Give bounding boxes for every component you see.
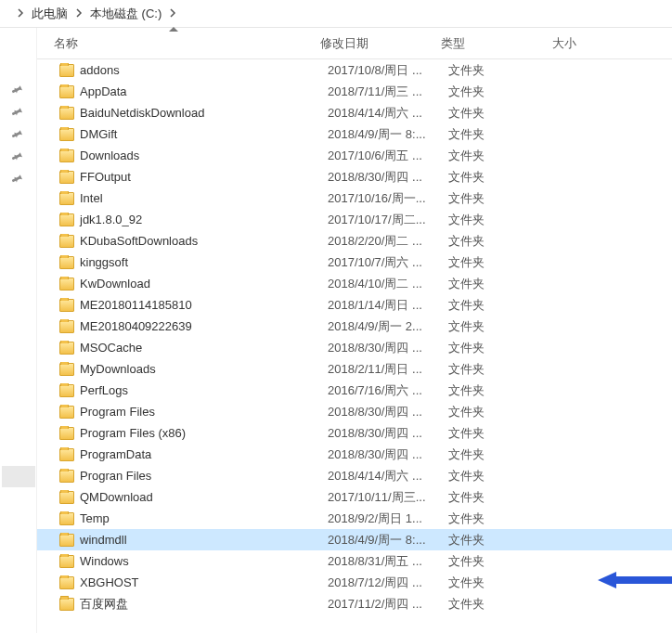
cell-type: 文件夹 xyxy=(448,382,560,399)
file-list-area: 名称 修改日期 类型 大小 addons2017/10/8/周日 ...文件夹A… xyxy=(37,28,672,633)
cell-date: 2018/8/30/周四 ... xyxy=(328,340,448,356)
cell-name: MyDownloads xyxy=(59,362,328,376)
folder-icon xyxy=(59,598,74,611)
folder-icon xyxy=(59,555,74,568)
folder-icon xyxy=(59,427,74,440)
file-rows: addons2017/10/8/周日 ...文件夹AppData2018/7/1… xyxy=(37,59,672,633)
file-row[interactable]: PerfLogs2016/7/16/周六 ...文件夹 xyxy=(37,380,672,401)
main-area: 名称 修改日期 类型 大小 addons2017/10/8/周日 ...文件夹A… xyxy=(0,28,672,633)
cell-name: kinggsoft xyxy=(59,255,328,269)
cell-name: addons xyxy=(59,63,328,77)
cell-date: 2018/4/9/周一 8:... xyxy=(328,126,448,143)
column-header-date[interactable]: 修改日期 xyxy=(311,28,432,58)
file-name-label: MSOCache xyxy=(80,341,142,355)
file-name-label: Windows xyxy=(80,554,129,568)
file-row[interactable]: Downloads2017/10/6/周五 ...文件夹 xyxy=(37,145,672,166)
cell-name: BaiduNetdiskDownload xyxy=(59,106,328,120)
file-row[interactable]: Progran Files2018/4/14/周六 ...文件夹 xyxy=(37,465,672,486)
file-row[interactable]: jdk1.8.0_922017/10/17/周二...文件夹 xyxy=(37,209,672,230)
file-row[interactable]: MSOCache2018/8/30/周四 ...文件夹 xyxy=(37,337,672,358)
file-name-label: FFOutput xyxy=(80,170,131,184)
cell-name: jdk1.8.0_92 xyxy=(59,213,328,226)
file-row[interactable]: addons2017/10/8/周日 ...文件夹 xyxy=(37,59,672,81)
file-row[interactable]: QMDownload2017/10/11/周三...文件夹 xyxy=(37,486,672,508)
folder-icon xyxy=(59,278,74,291)
folder-icon xyxy=(59,64,74,77)
file-row[interactable]: Program Files2018/8/30/周四 ...文件夹 xyxy=(37,401,672,422)
file-name-label: ME20180409222639 xyxy=(80,319,192,333)
cell-name: ProgramData xyxy=(59,447,328,461)
folder-icon xyxy=(59,85,74,98)
file-row[interactable]: Program Files (x86)2018/8/30/周四 ...文件夹 xyxy=(37,422,672,444)
file-row[interactable]: BaiduNetdiskDownload2018/4/14/周六 ...文件夹 xyxy=(37,102,672,123)
quick-access-hover-indicator xyxy=(2,466,35,487)
file-name-label: Program Files (x86) xyxy=(80,426,186,440)
file-row[interactable]: Intel2017/10/16/周一...文件夹 xyxy=(37,187,672,209)
folder-icon xyxy=(59,149,74,162)
pin-icon[interactable] xyxy=(10,82,27,98)
cell-date: 2018/8/30/周四 ... xyxy=(328,425,448,442)
cell-type: 文件夹 xyxy=(448,190,560,207)
cell-date: 2018/4/14/周六 ... xyxy=(328,105,448,122)
cell-name: Intel xyxy=(59,191,328,205)
breadcrumb-item[interactable]: 此电脑 xyxy=(30,6,70,22)
cell-name: Windows xyxy=(59,554,328,568)
folder-icon xyxy=(59,470,74,483)
folder-icon xyxy=(59,256,74,269)
cell-name: MSOCache xyxy=(59,341,328,355)
file-name-label: BaiduNetdiskDownload xyxy=(80,106,204,120)
column-header-name[interactable]: 名称 xyxy=(37,28,311,58)
folder-icon xyxy=(59,171,74,184)
file-row[interactable]: kinggsoft2017/10/7/周六 ...文件夹 xyxy=(37,252,672,273)
file-row[interactable]: Temp2018/9/2/周日 1...文件夹 xyxy=(37,508,672,529)
pin-icon[interactable] xyxy=(10,149,27,165)
cell-date: 2017/10/17/周二... xyxy=(328,212,448,228)
file-row[interactable]: ME201801141858102018/1/14/周日 ...文件夹 xyxy=(37,294,672,316)
file-name-label: ME20180114185810 xyxy=(80,298,192,312)
pin-icon[interactable] xyxy=(10,171,27,187)
file-name-label: Temp xyxy=(80,511,110,525)
cell-type: 文件夹 xyxy=(448,596,560,613)
cell-date: 2017/10/6/周五 ... xyxy=(328,148,448,164)
file-row[interactable]: KwDownload2018/4/10/周二 ...文件夹 xyxy=(37,273,672,294)
cell-type: 文件夹 xyxy=(448,340,560,356)
file-row[interactable]: ME201804092226392018/4/9/周一 2...文件夹 xyxy=(37,316,672,337)
file-row[interactable]: DMGift2018/4/9/周一 8:...文件夹 xyxy=(37,123,672,145)
column-header-label: 修改日期 xyxy=(320,35,368,52)
cell-date: 2018/7/12/周四 ... xyxy=(328,575,448,591)
folder-icon xyxy=(59,299,74,312)
file-row[interactable]: ProgramData2018/8/30/周四 ...文件夹 xyxy=(37,444,672,465)
cell-date: 2017/10/11/周三... xyxy=(328,489,448,506)
cell-date: 2018/4/9/周一 2... xyxy=(328,318,448,335)
file-row[interactable]: AppData2018/7/11/周三 ...文件夹 xyxy=(37,81,672,102)
column-header-size[interactable]: 大小 xyxy=(543,28,636,58)
cell-type: 文件夹 xyxy=(448,510,560,527)
cell-name: Program Files xyxy=(59,405,328,419)
chevron-right-icon xyxy=(75,8,83,19)
cell-name: windmdll xyxy=(59,533,328,547)
file-row[interactable]: KDubaSoftDownloads2018/2/20/周二 ...文件夹 xyxy=(37,230,672,252)
file-row[interactable]: XBGHOST2018/7/12/周四 ...文件夹 xyxy=(37,572,672,593)
pin-icon[interactable] xyxy=(10,126,27,143)
breadcrumb[interactable]: 此电脑 本地磁盘 (C:) xyxy=(0,0,672,28)
cell-type: 文件夹 xyxy=(448,318,560,335)
cell-type: 文件夹 xyxy=(448,361,560,378)
file-name-label: addons xyxy=(80,63,120,77)
folder-icon xyxy=(59,235,74,248)
folder-icon xyxy=(59,363,74,376)
file-name-label: ProgramData xyxy=(80,447,151,461)
column-header-type[interactable]: 类型 xyxy=(432,28,543,58)
file-row[interactable]: Windows2018/8/31/周五 ...文件夹 xyxy=(37,550,672,572)
file-name-label: Downloads xyxy=(80,149,139,162)
file-row[interactable]: FFOutput2018/8/30/周四 ...文件夹 xyxy=(37,166,672,187)
breadcrumb-item[interactable]: 本地磁盘 (C:) xyxy=(88,6,163,22)
cell-date: 2018/2/11/周日 ... xyxy=(328,361,448,378)
file-name-label: MyDownloads xyxy=(80,362,156,376)
pin-icon[interactable] xyxy=(10,104,27,121)
file-row[interactable]: 百度网盘2017/11/2/周四 ...文件夹 xyxy=(37,593,672,614)
cell-type: 文件夹 xyxy=(448,233,560,250)
file-name-label: jdk1.8.0_92 xyxy=(80,213,142,226)
file-row[interactable]: windmdll2018/4/9/周一 8:...文件夹 xyxy=(37,529,672,550)
file-row[interactable]: MyDownloads2018/2/11/周日 ...文件夹 xyxy=(37,358,672,380)
cell-type: 文件夹 xyxy=(448,148,560,164)
